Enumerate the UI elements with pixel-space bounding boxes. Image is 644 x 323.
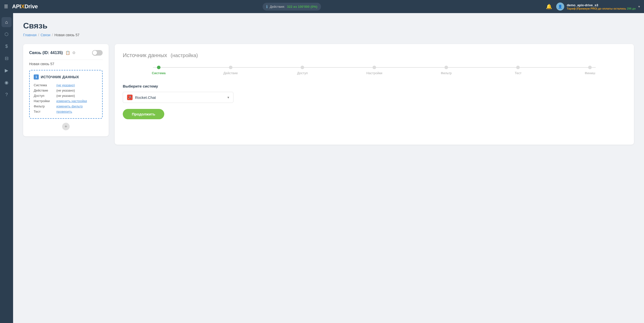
row-key-dostup: Доступ — [34, 93, 56, 98]
select-system-label: Выберите систему — [123, 84, 626, 88]
add-block-button[interactable]: + — [62, 123, 70, 130]
step-circle-3 — [301, 66, 304, 69]
row-val-deystvie: (не указано) — [56, 88, 98, 93]
right-card-title: Источник данных (настройка) — [123, 52, 626, 59]
connections-icon: ⬡ — [5, 31, 9, 37]
step-circle-1 — [157, 66, 160, 69]
continue-button[interactable]: Продолжить — [123, 109, 164, 119]
sidebar-item-profile[interactable]: ◉ — [2, 77, 12, 88]
top-navigation: ☰ APIXDrive ℹ Действия: 322 из 100'000 (… — [0, 0, 644, 13]
breadcrumb-home[interactable]: Главная — [23, 33, 36, 37]
rocket-chat-icon: 🚀 — [127, 95, 133, 100]
sidebar-item-billing[interactable]: $ — [2, 41, 12, 51]
test-link[interactable]: проверить — [56, 110, 72, 113]
connection-toggle[interactable] — [92, 50, 103, 56]
nastrojki-link[interactable]: изменить настройки — [56, 99, 87, 103]
table-row: Тест проверить — [34, 109, 98, 114]
nav-center: ℹ Действия: 322 из 100'000 (0%) — [263, 3, 321, 11]
user-name: demo_apix-drive_s3 — [567, 3, 636, 7]
main-content: Связь Главная / Связи / Новая связь 57 С… — [13, 13, 644, 323]
source-label: ИСТОЧНИК ДАННЫХ — [41, 75, 79, 79]
row-val-nastrojki: изменить настройки — [56, 98, 98, 104]
steps-row: Система Действие Доступ Настройки — [123, 66, 626, 75]
selected-system-name: Rocket.Chat — [135, 95, 156, 100]
sidebar: ⌂ ⬡ $ ⊟ ▶ ◉ ? — [0, 13, 13, 323]
table-row: Действие (не указано) — [34, 88, 98, 93]
table-row: Настройки изменить настройки — [34, 98, 98, 104]
connection-name: Новая связь 57 — [29, 62, 103, 66]
question-icon: ? — [5, 92, 8, 97]
step-circle-6 — [516, 66, 520, 69]
breadcrumb-links[interactable]: Связи — [41, 33, 50, 37]
step-4: Настройки — [338, 66, 410, 75]
row-key-test: Тест — [34, 109, 56, 114]
step-circle-2 — [229, 66, 232, 69]
hamburger-menu[interactable]: ☰ — [4, 4, 8, 9]
sidebar-item-media[interactable]: ▶ — [2, 65, 12, 75]
user-details: demo_apix-drive_s3 Тариф |Премиум PRO| д… — [567, 3, 636, 10]
user-info[interactable]: 👤 demo_apix-drive_s3 Тариф |Премиум PRO|… — [556, 3, 640, 11]
breadcrumb-sep-1: / — [38, 33, 39, 37]
breadcrumb-sep-2: / — [52, 33, 53, 37]
step-label-1: Система — [152, 71, 166, 75]
dollar-icon: $ — [5, 44, 8, 49]
step-5: Фильтр — [410, 66, 482, 75]
right-card-subtitle: (настройка) — [171, 53, 198, 58]
nav-right: 🔔 👤 demo_apix-drive_s3 Тариф |Премиум PR… — [546, 3, 640, 11]
briefcase-icon: ⊟ — [5, 56, 9, 61]
right-card: Источник данных (настройка) Система — [115, 44, 634, 145]
table-row: Фильтр изменить фильтр — [34, 104, 98, 109]
sidebar-item-home[interactable]: ⌂ — [2, 17, 12, 27]
logo-x: X — [21, 3, 24, 10]
source-block: 1 ИСТОЧНИК ДАННЫХ Система (не указано) Д… — [29, 70, 103, 119]
home-icon: ⌂ — [5, 20, 8, 25]
step-label-7: Финиш — [585, 71, 595, 75]
card-icons: 📋 ⚙ — [65, 51, 75, 55]
video-icon: ▶ — [5, 68, 8, 73]
actions-label: Действия: — [270, 5, 285, 9]
step-6: Тест — [482, 66, 554, 75]
card-title: Связь (ID: 44135) — [29, 51, 63, 55]
step-label-4: Настройки — [366, 71, 382, 75]
table-row: Система (не указано) — [34, 83, 98, 88]
sidebar-item-connections[interactable]: ⬡ — [2, 29, 12, 39]
source-number: 1 — [34, 74, 39, 79]
source-header: 1 ИСТОЧНИК ДАННЫХ — [34, 74, 98, 79]
row-val-test: проверить — [56, 109, 98, 114]
step-label-2: Действие — [223, 71, 238, 75]
system-select-dropdown[interactable]: 🚀 Rocket.Chat ▾ — [123, 92, 233, 103]
sistema-link[interactable]: (не указано) — [56, 83, 75, 87]
info-icon: ℹ — [266, 4, 268, 9]
page-title: Связь — [23, 21, 634, 30]
actions-count: 322 из 100'000 (0%) — [287, 5, 317, 9]
logo: APIXDrive — [12, 3, 38, 10]
step-1: Система — [123, 66, 195, 75]
card-title-row: Связь (ID: 44135) 📋 ⚙ — [29, 51, 75, 55]
breadcrumb: Главная / Связи / Новая связь 57 — [23, 33, 634, 37]
avatar: 👤 — [556, 3, 564, 11]
select-chevron-icon: ▾ — [227, 95, 229, 99]
settings-icon[interactable]: ⚙ — [72, 51, 75, 55]
row-val-dostup: (не указано) — [56, 93, 98, 98]
row-key-sistema: Система — [34, 83, 56, 88]
step-circle-4 — [373, 66, 376, 69]
chevron-down-icon: ▾ — [638, 5, 640, 9]
system-select-left: 🚀 Rocket.Chat — [127, 95, 156, 100]
step-circle-7 — [588, 66, 592, 69]
step-label-5: Фильтр — [441, 71, 452, 75]
step-label-6: Тест — [515, 71, 521, 75]
breadcrumb-current: Новая связь 57 — [54, 33, 79, 37]
notification-bell-icon[interactable]: 🔔 — [546, 4, 552, 10]
person-icon: ◉ — [5, 80, 9, 85]
source-table: Система (не указано) Действие (не указан… — [34, 83, 98, 114]
step-2: Действие — [195, 66, 267, 75]
step-circle-5 — [445, 66, 448, 69]
row-key-filtr: Фильтр — [34, 104, 56, 109]
app-body: ⌂ ⬡ $ ⊟ ▶ ◉ ? Связь Главная / Связи / Но… — [0, 13, 644, 323]
step-3: Доступ — [266, 66, 338, 75]
sidebar-item-help[interactable]: ? — [2, 90, 12, 100]
filtr-link[interactable]: изменить фильтр — [56, 104, 83, 108]
sidebar-item-services[interactable]: ⊟ — [2, 53, 12, 63]
row-key-deystvie: Действие — [34, 88, 56, 93]
copy-icon[interactable]: 📋 — [65, 51, 70, 55]
